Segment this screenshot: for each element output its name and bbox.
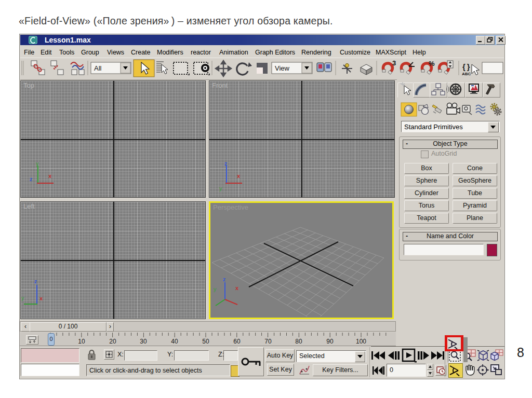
svg-text:View: View (275, 64, 290, 72)
svg-text:3: 3 (392, 59, 396, 67)
svg-text:%: % (429, 60, 435, 67)
svg-text:x: x (235, 285, 239, 291)
svg-text:60: 60 (233, 338, 241, 345)
svg-text:x: x (39, 295, 43, 301)
svg-text:50: 50 (202, 338, 209, 345)
svg-text:x: x (237, 173, 241, 179)
svg-text:y: y (21, 295, 24, 301)
svg-text:z: z (223, 276, 226, 282)
svg-text:20: 20 (109, 338, 116, 345)
svg-text:70: 70 (264, 338, 272, 345)
svg-text:y: y (36, 161, 39, 167)
svg-text:10: 10 (78, 338, 85, 345)
svg-text:100: 100 (356, 338, 366, 345)
svg-text:z: z (224, 161, 228, 167)
svg-text:y: y (219, 185, 222, 191)
svg-text:30: 30 (140, 338, 147, 345)
svg-text:z: z (30, 176, 33, 182)
svg-text:z: z (34, 278, 37, 284)
svg-text:80: 80 (295, 338, 302, 345)
svg-text:{ }: { } (462, 62, 470, 71)
svg-text:90: 90 (326, 338, 334, 345)
svg-text:40: 40 (171, 338, 178, 345)
svg-text:y: y (214, 286, 217, 292)
svg-text:x: x (48, 173, 52, 179)
svg-text:ABC: ABC (462, 72, 471, 76)
svg-text:All: All (94, 64, 102, 72)
